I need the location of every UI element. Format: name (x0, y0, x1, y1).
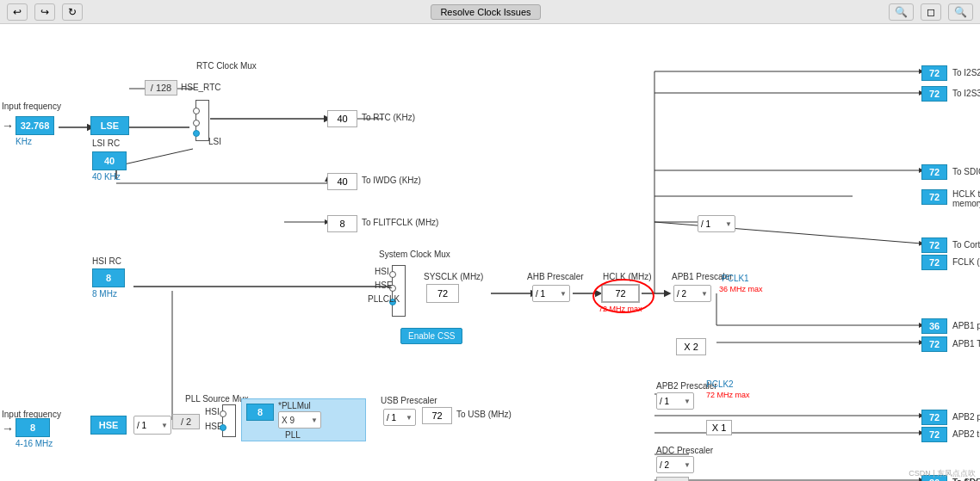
redo-button[interactable]: ↪ (34, 3, 55, 21)
hsi-div2-block: / 2 (172, 414, 200, 429)
hsi-sys-label: HSI (375, 267, 389, 276)
apb2-timer-label: APB2 timer clocks (MHz) (952, 429, 980, 439)
div128-block: / 128 (145, 80, 177, 96)
settings-button[interactable]: 🔍 (948, 3, 973, 21)
sysclk-val: 72 (426, 284, 459, 303)
pll-x9-dropdown[interactable]: X 9 ▼ (278, 411, 321, 429)
lsi-40-block: 40 (92, 151, 127, 170)
hsi-rc-label: HSI RC (92, 256, 121, 266)
hclk-ahb2-label: memory and DMA (MHz) (952, 199, 980, 208)
bottom-div2: / 2 (656, 477, 689, 481)
pclk2-label: PCLK2 (706, 379, 734, 389)
i2s3-label: To I2S3 (MHz) (952, 89, 980, 98)
cortex-label: To Cortex System timer (MHz) (952, 240, 980, 250)
apb1-timer-val: 72 (921, 336, 947, 352)
apb2-periph-label: APB2 peripheral clocks (MHz) (952, 412, 980, 422)
lsi-rc-label: LSI RC (92, 139, 120, 148)
watermark: CSDN | 东风点点吹 (909, 468, 976, 479)
pll-mux-label: PLL Source Mux (185, 394, 249, 404)
apb1-max: 36 MHz max (719, 285, 763, 293)
pclk1-label: PCLK1 (722, 274, 749, 283)
usb-prescaler-label: USB Prescaler (381, 396, 437, 405)
ahb-dropdown[interactable]: / 1 ▼ (532, 285, 570, 302)
rtc-val: 40 (327, 110, 357, 127)
input-freq-top-value: 32.768 (16, 116, 54, 135)
apb1-periph-val: 36 (921, 318, 947, 334)
search-button[interactable]: 🔍 (889, 3, 914, 21)
adc-label: ADC Prescaler (656, 446, 713, 455)
apb2-max: 72 MHz max (706, 391, 750, 399)
usb-val: 72 (422, 407, 452, 424)
pll-mux[interactable] (222, 404, 236, 437)
resolve-clock-button[interactable]: Resolve Clock Issues (431, 4, 540, 20)
apb1-timer-label: APB1 Timer clocks (MHz) (952, 339, 980, 348)
svg-line-22 (654, 222, 921, 244)
rtc-mux-label: RTC Clock Mux (196, 61, 257, 71)
sdio-label: To SDIO (MHz) (952, 167, 980, 176)
apb2-periph-val: 72 (921, 410, 947, 425)
sdio-val: 72 (921, 164, 947, 180)
hclk-ahb-label: HCLK to AHB bus, core, (952, 189, 980, 199)
sys-mux-label: System Clock Mux (379, 250, 450, 259)
pll-block: 8 *PLLMul X 9 ▼ PLL (241, 398, 366, 441)
pll-label: PLL (285, 430, 301, 440)
apb2-x1: X 1 (706, 420, 732, 435)
hse-div1-dropdown[interactable]: / 1 ▼ (133, 416, 171, 435)
ahb-label: AHB Prescaler (527, 272, 584, 281)
hsi-8-block: 8 (92, 268, 125, 287)
input-freq-top-label: Input frequency (2, 102, 61, 111)
cortex-div-dropdown[interactable]: / 1 ▼ (698, 215, 735, 232)
input-freq-bottom-unit: 4-16 MHz (16, 439, 53, 448)
adc-dropdown[interactable]: / 2 ▼ (656, 456, 694, 473)
refresh-button[interactable]: ↻ (62, 3, 83, 21)
rtc-mux[interactable] (195, 100, 209, 141)
fclk-val: 72 (921, 255, 947, 270)
apb1-periph-label: APB1 peripheral clocks (MHz) (952, 321, 980, 330)
usb-to-label: To USB (MHz) (456, 410, 512, 419)
hsi-8mhz: 8 MHz (92, 289, 117, 299)
cortex-val: 72 (921, 237, 947, 253)
usb-dropdown[interactable]: / 1 ▼ (383, 409, 416, 426)
export-button[interactable]: ◻ (921, 3, 941, 21)
apb2-dropdown[interactable]: / 1 ▼ (656, 392, 694, 410)
hclk-ahb-val: 72 (921, 189, 947, 205)
fclk-label: FCLK (MHz) (952, 257, 980, 267)
apb1-x2: X 2 (676, 338, 706, 355)
i2s2-val: 72 (921, 65, 947, 81)
input-freq-bottom-value: 8 (16, 418, 50, 437)
i2s2-label: To I2S2 (MHz) (952, 68, 980, 77)
pllclk-label: PLLCLK (368, 294, 400, 304)
iwdg-label: To IWDG (KHz) (362, 176, 421, 185)
svg-line-6 (116, 149, 193, 166)
hse-sys-label: HSE (375, 281, 393, 290)
enable-css-button[interactable]: Enable CSS (400, 328, 462, 344)
sysclk-label: SYSCLK (MHz) (424, 272, 483, 281)
pll-val: 8 (246, 404, 274, 421)
flitfclk-val: 8 (327, 215, 357, 232)
iwdg-val: 40 (327, 173, 357, 190)
flitfclk-label: To FLITFCLK (MHz) (362, 218, 438, 227)
input-freq-top-unit: KHz (16, 137, 32, 146)
clock-diagram: Input frequency →→ LSE 32.768 KHz LSI RC… (0, 24, 980, 481)
hclk-max-label: 72 MHz max (599, 305, 642, 313)
hsi-pll-label: HSI (205, 407, 220, 416)
hclk-label: HCLK (MHz) (603, 272, 652, 281)
hse-block: HSE (90, 416, 127, 435)
apb2-timer-val: 72 (921, 427, 947, 442)
hse-rtc-label: HSE_RTC (181, 83, 221, 92)
hclk-val: 72 (601, 284, 640, 303)
pll-mul-label: *PLLMul (278, 401, 311, 410)
system-mux[interactable] (392, 265, 406, 317)
rtc-label: To RTC (KHz) (362, 113, 415, 122)
lsi-label-mux: LSI (208, 137, 221, 146)
lse-block: LSE (90, 116, 129, 135)
undo-button[interactable]: ↩ (7, 3, 28, 21)
apb1-dropdown[interactable]: / 2 ▼ (673, 285, 711, 302)
lsi-40khz-label: 40 KHz (92, 172, 121, 182)
i2s3-val: 72 (921, 86, 947, 102)
toolbar: ↩ ↪ ↻ Resolve Clock Issues 🔍 ◻ 🔍 (0, 0, 980, 24)
